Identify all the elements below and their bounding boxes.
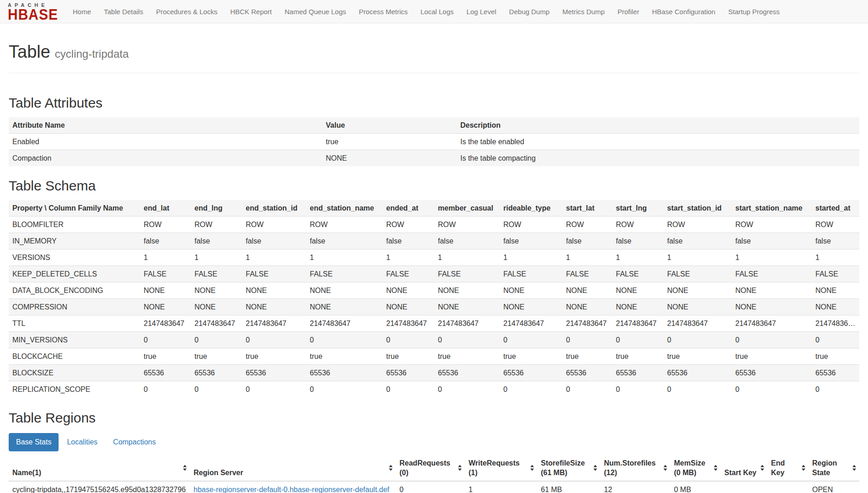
schema-table: Property \ Column Family Nameend_latend_…: [9, 200, 859, 397]
schema-property-value: 2147483647: [434, 315, 500, 332]
schema-property-value: NONE: [612, 299, 663, 315]
sort-icon[interactable]: [593, 465, 597, 471]
region-server-link[interactable]: hbase-regionserver-default-0.hbase-regio…: [194, 486, 389, 493]
schema-property-value: 0: [500, 332, 562, 348]
sort-icon[interactable]: [389, 465, 393, 471]
table-row: BLOOMFILTERROWROWROWROWROWROWROWROWROWRO…: [9, 217, 859, 233]
schema-property-value: FALSE: [812, 266, 859, 282]
schema-property-value: 65536: [306, 365, 383, 381]
schema-property-value: NONE: [434, 282, 500, 299]
tab-localities[interactable]: Localities: [59, 433, 105, 451]
nav-item-profiler[interactable]: Profiler: [611, 1, 646, 22]
table-row: KEEP_DELETED_CELLSFALSEFALSEFALSEFALSEFA…: [9, 266, 859, 282]
nav-item-hbase-configuration[interactable]: HBase Configuration: [646, 1, 722, 22]
column-header-storefilesize-61-mb[interactable]: StorefileSize (61 MB): [537, 455, 600, 481]
schema-property-value: 1: [500, 249, 562, 266]
attribute-description: Is the table enabled: [457, 134, 859, 150]
nav-item-hbck-report[interactable]: HBCK Report: [224, 1, 278, 22]
schema-property-value: true: [434, 348, 500, 365]
column-header-value: Value: [322, 117, 457, 134]
column-header-region-state[interactable]: Region State: [809, 455, 859, 481]
column-header-num-storefiles-12[interactable]: Num.Storefiles (12): [600, 455, 670, 481]
schema-property-value: NONE: [140, 299, 191, 315]
schema-property-value: NONE: [306, 299, 383, 315]
schema-property-value: 2147483647: [812, 315, 859, 332]
sort-icon[interactable]: [530, 465, 534, 471]
nav-item-local-logs[interactable]: Local Logs: [414, 1, 460, 22]
column-header-readrequests-0[interactable]: ReadRequests (0): [396, 455, 465, 481]
schema-property-value: 0: [140, 381, 191, 398]
schema-property-value: 0: [434, 332, 500, 348]
nav-item-debug-dump[interactable]: Debug Dump: [503, 1, 556, 22]
table-row: BLOCKSIZE6553665536655366553665536655366…: [9, 365, 859, 381]
nav-item-named-queue-logs[interactable]: Named Queue Logs: [278, 1, 352, 22]
column-header-name-1[interactable]: Name(1): [9, 455, 190, 481]
sort-icon[interactable]: [663, 465, 667, 471]
region-storefile-size: 61 MB: [537, 481, 600, 493]
sort-icon[interactable]: [852, 465, 856, 471]
schema-property-value: 0: [191, 332, 242, 348]
schema-property-value: 65536: [663, 365, 732, 381]
schema-property-value: 0: [663, 381, 732, 398]
nav-item-process-metrics[interactable]: Process Metrics: [352, 1, 414, 22]
schema-property-value: 0: [812, 381, 859, 398]
column-header-writerequests-1[interactable]: WriteRequests (1): [465, 455, 537, 481]
schema-property-value: NONE: [383, 299, 434, 315]
schema-property-value: NONE: [140, 282, 191, 299]
schema-property-value: false: [562, 233, 612, 249]
schema-property-value: true: [562, 348, 612, 365]
sort-icon[interactable]: [458, 465, 462, 471]
schema-property-value: ROW: [434, 217, 500, 233]
column-header-memsize-0-mb[interactable]: MemSize (0 MB): [670, 455, 721, 481]
nav-item-startup-progress[interactable]: Startup Progress: [722, 1, 786, 22]
column-header-end-lat: end_lat: [140, 200, 191, 217]
schema-property-value: NONE: [732, 299, 812, 315]
schema-property-value: false: [812, 233, 859, 249]
sort-down-arrow: [802, 469, 805, 471]
nav-item-procedures-locks[interactable]: Procedures & Locks: [150, 1, 224, 22]
nav-item-home[interactable]: Home: [66, 1, 97, 22]
sort-icon[interactable]: [714, 465, 717, 471]
column-header-end-key[interactable]: End Key: [767, 455, 809, 481]
column-header-region-server[interactable]: Region Server: [190, 455, 396, 481]
table-row: cycling-tripdata,,1719475156245.e95d0a13…: [9, 481, 859, 493]
schema-property-value: FALSE: [140, 266, 191, 282]
column-header-start-key[interactable]: Start Key: [721, 455, 767, 481]
schema-property-value: 1: [812, 249, 859, 266]
top-navbar: APACHE HBASE HomeTable DetailsProcedures…: [0, 0, 868, 23]
column-header-label: Region State: [812, 459, 837, 477]
schema-property-value: NONE: [562, 282, 612, 299]
schema-property-value: 0: [612, 381, 663, 398]
column-header-end-station-id: end_station_id: [242, 200, 306, 217]
schema-property-name: BLOOMFILTER: [9, 217, 140, 233]
column-header-property: Property \ Column Family Name: [9, 200, 140, 217]
sort-up-arrow: [714, 465, 717, 467]
sort-up-arrow: [663, 465, 667, 467]
hbase-logo[interactable]: APACHE HBASE: [8, 2, 58, 21]
schema-property-value: 0: [562, 381, 612, 398]
schema-property-value: 1: [140, 249, 191, 266]
sort-icon[interactable]: [802, 465, 805, 471]
table-row: DATA_BLOCK_ENCODINGNONENONENONENONENONEN…: [9, 282, 859, 299]
schema-property-value: NONE: [732, 282, 812, 299]
sort-icon[interactable]: [183, 465, 187, 471]
schema-property-value: false: [663, 233, 732, 249]
attribute-value: true: [322, 134, 457, 150]
tab-base-stats[interactable]: Base Stats: [9, 433, 59, 451]
schema-property-value: 0: [306, 381, 383, 398]
nav-item-table-details[interactable]: Table Details: [97, 1, 150, 22]
schema-property-value: FALSE: [242, 266, 306, 282]
column-header-member-casual: member_casual: [434, 200, 500, 217]
schema-property-value: true: [242, 348, 306, 365]
table-row: TTL2147483647214748364721474836472147483…: [9, 315, 859, 332]
schema-property-name: REPLICATION_SCOPE: [9, 381, 140, 398]
tab-compactions[interactable]: Compactions: [106, 433, 163, 451]
schema-property-value: NONE: [500, 299, 562, 315]
nav-item-log-level[interactable]: Log Level: [460, 1, 503, 22]
table-row: IN_MEMORYfalsefalsefalsefalsefalsefalsef…: [9, 233, 859, 249]
schema-header-row: Property \ Column Family Nameend_latend_…: [9, 200, 859, 217]
schema-property-value: false: [500, 233, 562, 249]
nav-item-metrics-dump[interactable]: Metrics Dump: [556, 1, 611, 22]
sort-icon[interactable]: [760, 465, 764, 471]
schema-property-value: NONE: [383, 282, 434, 299]
